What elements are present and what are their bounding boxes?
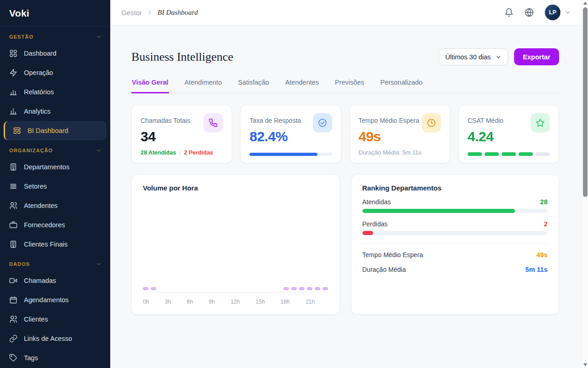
scrollbar[interactable] <box>582 0 588 368</box>
tab-visao-geral[interactable]: Visão Geral <box>131 79 169 93</box>
sidebar-item-clientes[interactable]: Clientes <box>0 310 110 329</box>
users-icon <box>9 201 17 210</box>
volume-axis-label <box>180 299 185 305</box>
volume-axis-label: 18h <box>281 299 290 305</box>
globe-icon[interactable] <box>525 8 534 17</box>
ranking-bar-perdidas: Perdidas2 <box>362 220 548 235</box>
sidebar-item-links-de-acesso[interactable]: Links de Acesso <box>0 329 110 348</box>
ranking-bar-fill <box>362 209 515 213</box>
breadcrumb-parent[interactable]: Gestor <box>121 9 142 17</box>
volume-bar <box>143 287 148 290</box>
sidebar-item-analytics[interactable]: Analytics <box>0 102 110 121</box>
volume-bar <box>315 287 320 290</box>
chevron-down-icon <box>96 34 102 40</box>
building-icon <box>9 240 17 248</box>
volume-axis-label: 9h <box>209 299 215 305</box>
kpi-progress-track <box>249 153 332 156</box>
briefcase-icon <box>9 221 17 229</box>
kpi-label: Tempo Médio Espera <box>359 113 419 124</box>
volume-axis-label: 15h <box>255 299 265 305</box>
volume-axis-label <box>195 299 200 305</box>
user-menu[interactable]: LP <box>545 5 571 20</box>
sidebar-item-chamadas[interactable]: Chamadas <box>0 271 110 290</box>
volume-axis-label <box>249 299 254 305</box>
tab-atendimento[interactable]: Atendimento <box>184 79 222 93</box>
export-button[interactable]: Exportar <box>514 48 559 65</box>
sidebar-section-organizacao[interactable]: ORGANIZAÇÃO <box>0 140 110 157</box>
sidebar-item-label: Operação <box>24 69 53 76</box>
breadcrumb-current: BI Dashboard <box>158 8 198 17</box>
tab-satisfacao[interactable]: Satisfação <box>237 79 270 93</box>
bell-icon[interactable] <box>504 8 514 17</box>
sidebar-item-clientes-finais[interactable]: Clientes Finais <box>0 235 110 254</box>
csat-segment <box>519 152 533 156</box>
sidebar-item-agendamentos[interactable]: Agendamentos <box>0 290 110 310</box>
header-controls: Últimos 30 dias Exportar <box>439 48 559 65</box>
volume-axis-label <box>317 299 322 305</box>
tab-personalizado[interactable]: Personalizado <box>380 79 423 93</box>
sidebar-item-setores[interactable]: Setores <box>0 177 110 196</box>
sidebar-section-gestao[interactable]: GESTÃO <box>0 27 110 44</box>
volume-axis-label <box>224 299 228 305</box>
sidebar-item-tags[interactable]: Tags <box>0 348 110 368</box>
kpi-value: 82.4% <box>249 129 332 144</box>
page-content: Business Intelligence Últimos 30 dias Ex… <box>110 25 588 368</box>
period-select[interactable]: Últimos 30 dias <box>439 48 508 65</box>
chevron-down-icon <box>96 147 102 154</box>
volume-chart-title: Volume por Hora <box>143 184 328 192</box>
volume-axis-label <box>274 299 278 305</box>
kpi-card-csat-medio: CSAT Médio4.24 <box>458 105 559 163</box>
topbar-actions: LP <box>504 5 571 20</box>
sidebar-item-operacao[interactable]: Operação <box>0 63 110 82</box>
sidebar-section-dados[interactable]: DADOS <box>0 254 110 271</box>
tab-previsoes[interactable]: Previsões <box>334 79 365 93</box>
sidebar-item-label: Links de Acesso <box>24 335 72 342</box>
sidebar-item-relatorios[interactable]: Relatórios <box>0 82 110 102</box>
volume-axis-label <box>242 299 247 305</box>
volume-bar <box>299 287 305 290</box>
ranking-bar-value: 2 <box>544 220 548 228</box>
sidebar-item-label: Relatórios <box>24 88 54 96</box>
kpi-value: 34 <box>141 129 223 144</box>
avatar[interactable]: LP <box>545 5 560 20</box>
sidebar-item-label: Clientes Finais <box>24 241 68 248</box>
sidebar-item-label: Departamentos <box>24 163 69 171</box>
sidebar-section-label: ORGANIZAÇÃO <box>9 148 53 153</box>
sidebar-section-label: DADOS <box>9 261 30 267</box>
sidebar-item-fornecedores[interactable]: Fornecedores <box>0 215 110 235</box>
sidebar-item-dashboard[interactable]: Dashboard <box>0 44 110 63</box>
calendar-icon <box>9 296 17 304</box>
bar-chart-icon <box>9 88 17 96</box>
kpi-card-chamadas-totais: Chamadas Totais3428 Atendidas|2 Perdidas <box>131 105 232 163</box>
volume-axis-label: 21h <box>305 299 315 305</box>
ranking-card: Ranking Departamentos Atendidas28Perdida… <box>351 174 560 315</box>
kpi-sub-left: 28 Atendidas <box>141 150 176 156</box>
scrollbar-down-arrow[interactable] <box>582 362 588 368</box>
sidebar-item-label: Setores <box>24 183 47 190</box>
kpi-label: Chamadas Totais <box>141 113 190 124</box>
tag-icon <box>9 354 17 362</box>
sidebar-item-bi-dashboard[interactable]: BI Dashboard <box>4 121 107 140</box>
ranking-stat-label: Tempo Médio Espera <box>362 251 423 259</box>
csat-segments <box>468 152 550 156</box>
volume-axis-label <box>173 299 178 305</box>
csat-segment <box>536 152 550 156</box>
scrollbar-up-arrow[interactable] <box>582 0 588 6</box>
sidebar-section-label: GESTÃO <box>9 34 34 40</box>
volume-bar-slot-20h <box>299 287 305 290</box>
csat-segment <box>502 152 516 156</box>
volume-axis-label <box>324 299 328 305</box>
sidebar-item-label: Chamadas <box>24 277 56 284</box>
kpi-label: Taxa de Resposta <box>249 113 301 124</box>
csat-segment <box>468 152 482 156</box>
ranking-divider <box>362 243 548 244</box>
volume-axis-label <box>217 299 222 305</box>
main-area: Gestor BI Dashboard LP Business Intellig… <box>110 0 588 368</box>
volume-bar-slot-1h <box>151 287 156 290</box>
sidebar-item-departamentos[interactable]: Departamentos <box>0 157 110 177</box>
tab-atendentes[interactable]: Atendentes <box>285 79 319 93</box>
volume-bar-slot-0h <box>143 287 148 290</box>
scrollbar-thumb[interactable] <box>583 7 588 197</box>
sidebar-item-atendentes[interactable]: Atendentes <box>0 196 110 215</box>
volume-axis-label <box>151 299 156 305</box>
